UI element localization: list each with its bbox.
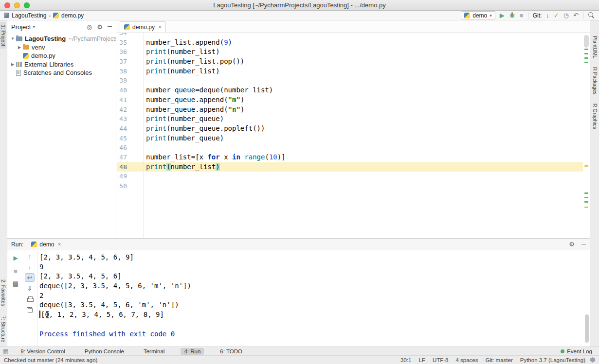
console-line[interactable]: 9 [39,262,584,272]
error-stripe-mark[interactable] [584,165,588,167]
toolwindow-button-terminal[interactable]: Terminal [140,348,168,355]
code-line[interactable]: 41number_queue.append("m") [117,95,583,105]
event-log-button[interactable]: Event Log [561,348,592,354]
minimize-window-button[interactable] [14,2,20,8]
console-line[interactable]: [0, 1, 2, 3, 4, 5, 6, 7, 8, 9] [39,310,584,320]
scrollbar-thumb[interactable] [584,35,589,48]
tool-stripe-7-structure[interactable]: 7: Structure [0,313,6,345]
tool-window-switcher-icon[interactable]: ▦ [3,348,8,355]
soft-wrap-icon[interactable]: ↩ [25,273,35,282]
chevron-right-icon[interactable]: ▶ [17,45,22,50]
hide-panel-icon[interactable] [108,26,112,27]
run-button[interactable]: ▶ [500,12,505,18]
locate-file-icon[interactable]: ◎ [87,23,92,31]
clear-console-icon[interactable] [25,305,35,314]
error-stripe-mark[interactable] [584,57,588,59]
zoom-window-button[interactable] [24,2,30,8]
gear-icon[interactable]: ⚙ [97,23,103,31]
project-panel-title[interactable]: Project [11,23,31,31]
tree-item-external-libraries[interactable]: ▶External Libraries [7,60,116,69]
code-line[interactable]: 40number_queue=deque(number_list) [117,86,583,95]
code-line[interactable]: 37print(number_list.pop()) [117,57,583,67]
run-tab-demo[interactable]: demo × [28,240,64,249]
print-icon[interactable] [25,295,35,303]
scroll-down-icon[interactable]: ↓ [25,262,35,271]
inspections-icon[interactable] [590,357,595,363]
error-stripe-mark[interactable] [584,53,588,54]
git-commit-button[interactable]: ✓ [554,12,559,18]
tool-stripe-1-project[interactable]: 1: Project [0,22,6,49]
error-stripe-mark[interactable] [584,62,588,63]
console-line[interactable]: [2, 3, 3.5, 4, 5, 6] [39,272,584,281]
tool-stripe-2-favorites[interactable]: 2: Favorites [0,277,6,309]
code-line[interactable]: 47number_list=[x for x in range(10)] [117,153,583,162]
error-stripe-mark[interactable] [584,197,588,198]
code-line[interactable]: 49 [117,172,583,181]
status-30-1[interactable]: 30:1 [400,357,411,363]
restore-layout-icon[interactable]: ▤ [11,279,20,288]
console-line[interactable]: [2, 3, 3.5, 4, 5, 6, 9] [39,253,584,262]
editor-tab-demo-py[interactable]: demo.py × [120,21,166,33]
status-lf[interactable]: LF [418,357,425,363]
error-stripe-mark[interactable] [584,49,588,50]
tree-item-scratches-and-consoles[interactable]: Scratches and Consoles [7,69,116,77]
git-update-button[interactable]: ↓ [546,12,549,18]
code-line[interactable]: 38print(number_list) [117,67,583,76]
tree-item-venv[interactable]: ▶venv [7,43,116,52]
close-icon[interactable]: × [158,24,162,31]
close-icon[interactable]: × [57,241,61,248]
code-line[interactable]: 34 [117,33,583,38]
toolwindow-button-9-version-control[interactable]: 9: Version Control [17,348,68,355]
tool-stripe-r-packages[interactable]: R Packages [592,67,598,95]
code-line[interactable]: 48print(number_list) [117,162,583,172]
chevron-down-icon[interactable]: ▾ [33,24,35,29]
tree-item-demo-py[interactable]: demo.py [7,52,116,60]
hide-panel-icon[interactable] [581,244,586,245]
code-line[interactable]: 45print(number_queue) [117,134,583,143]
rerun-button[interactable]: ▶ [11,254,20,262]
gear-icon[interactable]: ⚙ [569,241,575,248]
stop-button[interactable]: ■ [11,266,20,275]
console-line[interactable] [39,320,584,329]
local-history-icon[interactable]: ◷ [563,12,569,18]
error-stripe-mark[interactable] [584,207,588,208]
code-line[interactable]: 39 [117,76,583,86]
tree-item-lagoutesting[interactable]: ▼LagouTesting~/PycharmProjects/L [7,35,116,43]
code-line[interactable]: 35number_list.append(9) [117,38,583,48]
console-line[interactable]: Process finished with exit code 0 [39,329,584,339]
rollback-icon[interactable]: ↶ [573,12,579,18]
chevron-right-icon[interactable]: ▶ [10,62,16,67]
console-line[interactable]: deque([3, 3.5, 4, 5, 6, 'm', 'n']) [39,300,584,310]
error-stripe-mark[interactable] [584,192,588,194]
code-line[interactable]: 44print(number_queue.popleft()) [117,124,583,134]
error-stripe-mark[interactable] [584,201,588,203]
status-utf-8[interactable]: UTF-8 [433,357,449,363]
status-python-3-7-lagoutesting[interactable]: Python 3.7 (LagouTesting) [520,357,585,363]
breadcrumb-project[interactable]: LagouTesting [12,12,46,19]
close-window-button[interactable] [4,2,10,8]
tool-stripe-plantuml[interactable]: PlantUML [592,36,598,58]
code-line[interactable]: 42number_queue.append("n") [117,105,583,115]
console-line[interactable]: 2 [39,291,584,301]
code-line[interactable]: 46 [117,143,583,153]
toolwindow-button-4-run[interactable]: 4: Run [181,348,204,355]
breadcrumb-file[interactable]: demo.py [61,12,84,19]
code-line[interactable]: 43print(number_queue) [117,114,583,124]
toolwindow-button-6-todo[interactable]: 6: TODO [217,348,246,355]
status-4-spaces[interactable]: 4 spaces [455,357,478,363]
tool-stripe-r-graphics[interactable]: R Graphics [592,104,598,129]
code-line[interactable]: 50 [117,181,583,191]
editor-scrollbar[interactable] [583,33,590,238]
scroll-to-end-icon[interactable]: ⇓ [25,284,35,293]
status-git-master[interactable]: Git: master [486,357,513,363]
console-scrollbar-thumb[interactable] [585,314,589,343]
stop-button[interactable]: ■ [520,12,524,18]
code-editor[interactable]: 3435number_list.append(9)36print(number_… [117,33,583,238]
toolwindow-button-python-console[interactable]: Python Console [81,348,127,355]
run-configuration-select[interactable]: demo ▾ [461,11,495,19]
chevron-down-icon[interactable]: ▼ [10,36,16,41]
scroll-up-icon[interactable]: ↑ [25,252,35,260]
code-line[interactable]: 36print(number_list) [117,47,583,57]
debug-icon[interactable] [509,12,515,19]
run-console[interactable]: [2, 3, 3.5, 4, 5, 6, 9]9[2, 3, 3.5, 4, 5… [39,253,584,347]
